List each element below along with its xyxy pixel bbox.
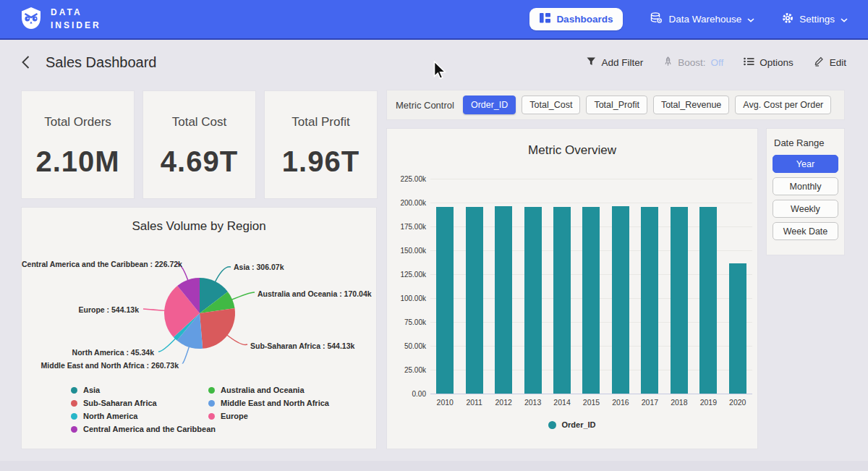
date-range-option-weekly[interactable]: Weekly — [773, 200, 838, 218]
bar-2014[interactable] — [553, 207, 571, 394]
bar-2020[interactable] — [729, 263, 746, 394]
bar-2019[interactable] — [699, 207, 717, 394]
bar-2017[interactable] — [641, 207, 658, 394]
legend-dot — [71, 400, 77, 407]
y-axis-tick: 175.00k — [390, 223, 426, 231]
legend-dot — [71, 426, 77, 433]
kpi-label: Total Profit — [265, 115, 377, 130]
metric-option-total-revenue[interactable]: Total_Revenue — [653, 96, 729, 114]
legend-label: Europe — [221, 412, 248, 420]
pie-label-australia-and-oceania: Australia and Oceania : 170.04k — [258, 289, 372, 298]
legend-row: North America — [71, 412, 216, 420]
bar-2015[interactable] — [582, 207, 600, 394]
x-axis-label: 2019 — [694, 398, 723, 407]
bar-2013[interactable] — [524, 207, 542, 394]
bar-chart-legend: Order_ID — [387, 420, 757, 429]
metric-option-avg-cost-per-order[interactable]: Avg. Cost per Order — [735, 96, 831, 114]
options-button[interactable]: Options — [744, 57, 793, 68]
pie-leader-line — [143, 309, 166, 310]
funnel-icon — [587, 57, 596, 68]
date-range-option-year[interactable]: Year — [773, 155, 838, 173]
nav-data-warehouse-menu[interactable]: Data Warehouse — [650, 12, 754, 26]
y-axis-tick: 50.00k — [390, 342, 426, 350]
pie-chart-title: Sales Volume by Region — [22, 208, 376, 234]
chevron-down-icon — [841, 14, 848, 25]
pie-label-middle-east-and-north-africa: Middle East and North Africa : 260.73k — [22, 361, 179, 370]
owl-logo-icon — [20, 7, 42, 33]
pie-label-sub-saharan-africa: Sub-Saharan Africa : 544.13k — [250, 341, 354, 350]
metric-control-label: Metric Control — [396, 100, 454, 111]
pie-slice-sub-saharan-africa[interactable] — [200, 308, 235, 349]
pie-label-asia: Asia : 306.07k — [234, 263, 284, 271]
bar-2011[interactable] — [466, 207, 483, 394]
bar-slot — [694, 179, 723, 394]
legend-dot — [208, 387, 215, 394]
bar-slot — [459, 179, 488, 394]
metric-option-total-profit[interactable]: Total_Profit — [586, 96, 647, 114]
boost-toggle[interactable]: Boost: Off — [663, 56, 723, 69]
y-axis-tick: 125.00k — [390, 271, 426, 279]
legend-label: Middle East and North Africa — [221, 399, 329, 407]
brand-logo[interactable]: DATA INSIDER — [20, 7, 101, 33]
bar-2010[interactable] — [436, 207, 454, 394]
date-range-option-monthly[interactable]: Monthly — [773, 177, 838, 195]
pie-leader-line — [226, 334, 247, 344]
edit-button[interactable]: Edit — [814, 56, 846, 69]
x-axis-label: 2016 — [606, 398, 635, 407]
pie-leader-line — [158, 338, 176, 352]
x-axis-label: 2011 — [459, 398, 488, 407]
legend-row: Australia and Oceania — [208, 386, 329, 394]
boost-state: Off — [710, 57, 723, 68]
nav-settings-menu[interactable]: Settings — [782, 12, 848, 26]
legend-dot — [548, 421, 556, 429]
legend-dot — [208, 400, 215, 407]
legend-label: North America — [83, 412, 137, 420]
pie-label-north-america: North America : 45.34k — [22, 348, 154, 357]
bar-slot — [635, 179, 664, 394]
chevron-down-icon — [747, 14, 754, 25]
legend-row: Middle East and North Africa — [208, 399, 329, 407]
pie-label-central-america-and-the-caribbean: Central America and the Caribbean : 226.… — [22, 260, 174, 268]
database-icon — [650, 12, 663, 26]
gear-icon — [782, 12, 793, 26]
bar-slot — [665, 179, 694, 394]
bar-2012[interactable] — [495, 206, 512, 394]
nav-dashboards-button[interactable]: Dashboards — [529, 8, 623, 30]
legend-label: Australia and Oceania — [221, 386, 305, 394]
pie-leader-line — [182, 346, 190, 363]
metric-overview-panel: 225.00k200.00k175.00k150.00k125.00k100.0… — [387, 129, 757, 449]
kpi-total-cost: Total Cost 4.69T — [143, 91, 255, 198]
nav-dashboards-label: Dashboards — [556, 14, 613, 25]
top-navbar: DATA INSIDER Dashboards — [0, 0, 868, 40]
dashboards-grid-icon — [540, 13, 550, 25]
metric-option-total-cost[interactable]: Total_Cost — [522, 96, 580, 114]
options-label: Options — [760, 57, 793, 68]
back-button[interactable] — [22, 56, 30, 69]
mouse-cursor — [433, 61, 447, 83]
bar-2018[interactable] — [671, 207, 688, 394]
gridline — [430, 394, 752, 394]
kpi-row: Total Orders 2.10M Total Cost 4.69T Tota… — [22, 91, 377, 198]
y-axis-tick: 0.00 — [390, 390, 426, 398]
legend-label: Sub-Saharan Africa — [83, 399, 157, 407]
date-range-label: Date Range — [773, 137, 838, 148]
add-filter-button[interactable]: Add Filter — [587, 57, 643, 68]
add-filter-label: Add Filter — [601, 57, 643, 68]
legend-row: Central America and the Caribbean — [71, 425, 216, 433]
bar-slot — [430, 179, 459, 394]
x-axis-label: 2012 — [489, 398, 518, 407]
bar-slot — [548, 179, 576, 394]
metric-option-order-id[interactable]: Order_ID — [463, 96, 516, 114]
list-icon — [744, 57, 754, 68]
bar-slot — [606, 179, 635, 394]
legend-label: Asia — [83, 386, 100, 394]
kpi-value: 2.10M — [22, 145, 134, 178]
x-axis-label: 2020 — [723, 398, 752, 407]
legend-row: Sub-Saharan Africa — [71, 399, 216, 407]
legend-dot — [71, 413, 77, 420]
sales-dashboard-screen: DATA INSIDER Dashboards — [0, 0, 868, 471]
date-range-option-week-date[interactable]: Week Date — [773, 222, 838, 240]
pie-label-europe: Europe : 544.13k — [22, 305, 139, 314]
bar-2016[interactable] — [612, 206, 629, 394]
brand-name: DATA INSIDER — [51, 7, 101, 32]
